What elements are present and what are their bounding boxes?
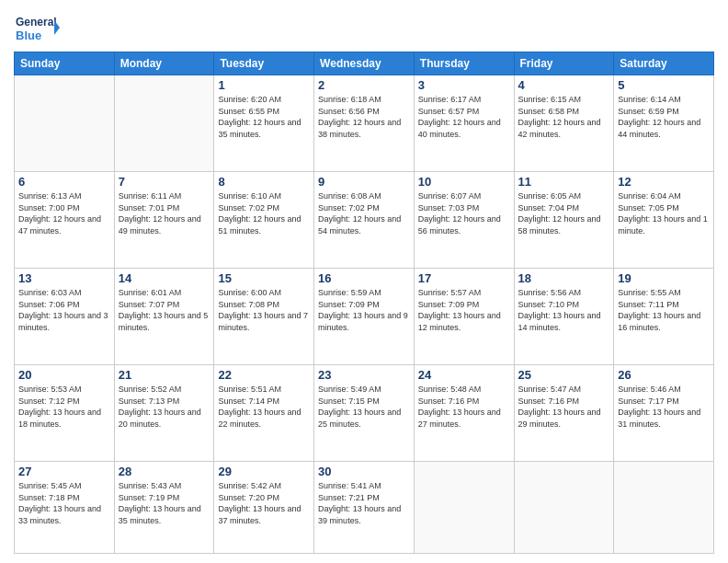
calendar-cell: 16Sunrise: 5:59 AM Sunset: 7:09 PM Dayli… [314, 269, 415, 365]
day-info: Sunrise: 5:55 AM Sunset: 7:11 PM Dayligh… [618, 287, 710, 333]
calendar-cell: 20Sunrise: 5:53 AM Sunset: 7:12 PM Dayli… [15, 365, 115, 462]
svg-text:Blue: Blue [16, 29, 41, 42]
day-info: Sunrise: 6:10 AM Sunset: 7:02 PM Dayligh… [218, 190, 310, 236]
day-number: 8 [218, 175, 310, 189]
day-number: 1 [218, 78, 310, 92]
day-info: Sunrise: 6:07 AM Sunset: 7:03 PM Dayligh… [418, 190, 510, 236]
day-info: Sunrise: 5:59 AM Sunset: 7:09 PM Dayligh… [318, 287, 410, 333]
day-number: 11 [518, 175, 610, 189]
calendar-cell [414, 462, 514, 554]
day-info: Sunrise: 5:49 AM Sunset: 7:15 PM Dayligh… [318, 384, 410, 430]
calendar-cell: 28Sunrise: 5:43 AM Sunset: 7:19 PM Dayli… [114, 462, 214, 554]
day-number: 20 [18, 368, 110, 382]
day-number: 5 [618, 78, 710, 92]
calendar-cell: 17Sunrise: 5:57 AM Sunset: 7:09 PM Dayli… [414, 269, 514, 365]
calendar-header-row: SundayMondayTuesdayWednesdayThursdayFrid… [15, 52, 714, 75]
day-info: Sunrise: 5:57 AM Sunset: 7:09 PM Dayligh… [418, 287, 510, 333]
day-info: Sunrise: 6:18 AM Sunset: 6:56 PM Dayligh… [318, 94, 410, 140]
calendar-cell: 2Sunrise: 6:18 AM Sunset: 6:56 PM Daylig… [314, 75, 415, 172]
day-info: Sunrise: 5:48 AM Sunset: 7:16 PM Dayligh… [418, 384, 510, 430]
day-number: 13 [18, 271, 110, 285]
day-info: Sunrise: 6:00 AM Sunset: 7:08 PM Dayligh… [218, 287, 310, 333]
day-number: 28 [119, 465, 210, 478]
calendar-week-row: 13Sunrise: 6:03 AM Sunset: 7:06 PM Dayli… [15, 269, 714, 365]
svg-text:General: General [16, 16, 57, 29]
calendar-cell: 15Sunrise: 6:00 AM Sunset: 7:08 PM Dayli… [214, 269, 314, 365]
day-number: 2 [318, 78, 410, 92]
day-number: 3 [418, 78, 510, 92]
day-number: 9 [318, 175, 410, 189]
day-number: 16 [318, 271, 410, 285]
calendar-cell: 30Sunrise: 5:41 AM Sunset: 7:21 PM Dayli… [314, 462, 415, 554]
calendar: SundayMondayTuesdayWednesdayThursdayFrid… [14, 52, 714, 554]
calendar-week-row: 6Sunrise: 6:13 AM Sunset: 7:00 PM Daylig… [15, 172, 714, 269]
calendar-cell: 11Sunrise: 6:05 AM Sunset: 7:04 PM Dayli… [514, 172, 614, 269]
day-header-tuesday: Tuesday [214, 52, 314, 75]
page: General Blue SundayMondayTuesdayWednesda… [0, 0, 728, 563]
calendar-cell: 10Sunrise: 6:07 AM Sunset: 7:03 PM Dayli… [414, 172, 514, 269]
calendar-cell: 18Sunrise: 5:56 AM Sunset: 7:10 PM Dayli… [514, 269, 614, 365]
calendar-cell [514, 462, 614, 554]
day-number: 6 [18, 175, 110, 189]
logo: General Blue [14, 9, 60, 46]
day-number: 12 [618, 175, 710, 189]
calendar-cell: 8Sunrise: 6:10 AM Sunset: 7:02 PM Daylig… [214, 172, 314, 269]
calendar-body: 1Sunrise: 6:20 AM Sunset: 6:55 PM Daylig… [15, 75, 714, 554]
calendar-week-row: 27Sunrise: 5:45 AM Sunset: 7:18 PM Dayli… [15, 462, 714, 554]
day-number: 23 [318, 368, 410, 382]
day-header-thursday: Thursday [414, 52, 514, 75]
calendar-cell: 7Sunrise: 6:11 AM Sunset: 7:01 PM Daylig… [114, 172, 214, 269]
calendar-cell: 5Sunrise: 6:14 AM Sunset: 6:59 PM Daylig… [614, 75, 714, 172]
calendar-cell: 25Sunrise: 5:47 AM Sunset: 7:16 PM Dayli… [514, 365, 614, 462]
day-number: 4 [518, 78, 610, 92]
svg-marker-2 [54, 20, 60, 35]
day-info: Sunrise: 6:20 AM Sunset: 6:55 PM Dayligh… [218, 94, 310, 140]
day-info: Sunrise: 6:03 AM Sunset: 7:06 PM Dayligh… [18, 287, 110, 333]
calendar-week-row: 20Sunrise: 5:53 AM Sunset: 7:12 PM Dayli… [15, 365, 714, 462]
day-info: Sunrise: 5:43 AM Sunset: 7:19 PM Dayligh… [119, 480, 210, 526]
day-info: Sunrise: 6:15 AM Sunset: 6:58 PM Dayligh… [518, 94, 610, 140]
calendar-cell: 29Sunrise: 5:42 AM Sunset: 7:20 PM Dayli… [214, 462, 314, 554]
calendar-cell: 14Sunrise: 6:01 AM Sunset: 7:07 PM Dayli… [114, 269, 214, 365]
calendar-cell [614, 462, 714, 554]
day-header-monday: Monday [114, 52, 214, 75]
day-info: Sunrise: 5:41 AM Sunset: 7:21 PM Dayligh… [318, 480, 410, 526]
day-number: 19 [618, 271, 710, 285]
calendar-cell: 13Sunrise: 6:03 AM Sunset: 7:06 PM Dayli… [15, 269, 115, 365]
calendar-cell: 21Sunrise: 5:52 AM Sunset: 7:13 PM Dayli… [114, 365, 214, 462]
day-info: Sunrise: 6:08 AM Sunset: 7:02 PM Dayligh… [318, 190, 410, 236]
day-number: 29 [218, 465, 310, 478]
day-header-friday: Friday [514, 52, 614, 75]
calendar-cell [114, 75, 214, 172]
day-number: 18 [518, 271, 610, 285]
day-info: Sunrise: 6:04 AM Sunset: 7:05 PM Dayligh… [618, 190, 710, 236]
calendar-cell: 22Sunrise: 5:51 AM Sunset: 7:14 PM Dayli… [214, 365, 314, 462]
calendar-cell [15, 75, 115, 172]
day-info: Sunrise: 5:46 AM Sunset: 7:17 PM Dayligh… [618, 384, 710, 430]
day-number: 30 [318, 465, 410, 478]
calendar-cell: 27Sunrise: 5:45 AM Sunset: 7:18 PM Dayli… [15, 462, 115, 554]
calendar-cell: 1Sunrise: 6:20 AM Sunset: 6:55 PM Daylig… [214, 75, 314, 172]
day-info: Sunrise: 5:51 AM Sunset: 7:14 PM Dayligh… [218, 384, 310, 430]
calendar-cell: 19Sunrise: 5:55 AM Sunset: 7:11 PM Dayli… [614, 269, 714, 365]
calendar-cell: 4Sunrise: 6:15 AM Sunset: 6:58 PM Daylig… [514, 75, 614, 172]
day-number: 17 [418, 271, 510, 285]
day-number: 24 [418, 368, 510, 382]
day-number: 22 [218, 368, 310, 382]
calendar-cell: 9Sunrise: 6:08 AM Sunset: 7:02 PM Daylig… [314, 172, 415, 269]
day-info: Sunrise: 5:52 AM Sunset: 7:13 PM Dayligh… [119, 384, 210, 430]
day-info: Sunrise: 5:56 AM Sunset: 7:10 PM Dayligh… [518, 287, 610, 333]
day-number: 25 [518, 368, 610, 382]
day-info: Sunrise: 6:14 AM Sunset: 6:59 PM Dayligh… [618, 94, 710, 140]
day-number: 27 [18, 465, 110, 478]
day-info: Sunrise: 6:05 AM Sunset: 7:04 PM Dayligh… [518, 190, 610, 236]
day-info: Sunrise: 5:47 AM Sunset: 7:16 PM Dayligh… [518, 384, 610, 430]
day-number: 21 [119, 368, 210, 382]
day-header-sunday: Sunday [15, 52, 115, 75]
calendar-cell: 23Sunrise: 5:49 AM Sunset: 7:15 PM Dayli… [314, 365, 415, 462]
day-info: Sunrise: 6:01 AM Sunset: 7:07 PM Dayligh… [119, 287, 210, 333]
calendar-week-row: 1Sunrise: 6:20 AM Sunset: 6:55 PM Daylig… [15, 75, 714, 172]
day-number: 14 [119, 271, 210, 285]
day-number: 26 [618, 368, 710, 382]
calendar-cell: 6Sunrise: 6:13 AM Sunset: 7:00 PM Daylig… [15, 172, 115, 269]
